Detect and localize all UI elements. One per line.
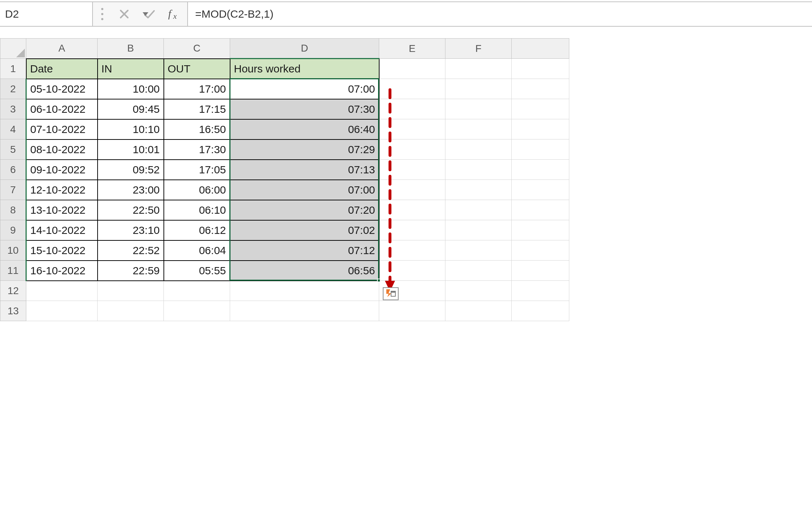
col-header-E[interactable]: E xyxy=(379,39,445,59)
cell-F12[interactable] xyxy=(445,281,512,301)
cell-E8[interactable] xyxy=(379,200,445,220)
row-header-6[interactable]: 6 xyxy=(0,160,26,180)
cell-G12[interactable] xyxy=(512,281,569,301)
cell-D8[interactable]: 07:20 xyxy=(230,200,379,220)
cell-A1[interactable]: Date xyxy=(26,59,98,79)
row-header-2[interactable]: 2 xyxy=(0,79,26,99)
cell-E1[interactable] xyxy=(379,59,445,79)
cell-G8[interactable] xyxy=(512,200,569,220)
cell-E2[interactable] xyxy=(379,79,445,99)
cell-D10[interactable]: 07:12 xyxy=(230,240,379,261)
cell-D2[interactable]: 07:00 xyxy=(230,79,379,99)
cell-F10[interactable] xyxy=(445,240,512,261)
cell-E11[interactable] xyxy=(379,261,445,281)
col-header-blank[interactable] xyxy=(512,39,569,59)
cell-E5[interactable] xyxy=(379,139,445,160)
cell-A4[interactable]: 07-10-2022 xyxy=(26,119,98,139)
cell-C3[interactable]: 17:15 xyxy=(164,99,230,119)
autofill-options-button[interactable] xyxy=(383,287,399,300)
cell-C11[interactable]: 05:55 xyxy=(164,261,230,281)
cell-D13[interactable] xyxy=(230,301,379,321)
sheet-table[interactable]: A B C D E F 1 Date IN OUT Hours worked 2… xyxy=(0,38,569,321)
cell-G6[interactable] xyxy=(512,160,569,180)
cell-B13[interactable] xyxy=(98,301,164,321)
cell-B1[interactable]: IN xyxy=(98,59,164,79)
cell-F7[interactable] xyxy=(445,180,512,200)
cell-E9[interactable] xyxy=(379,220,445,240)
cell-C6[interactable]: 17:05 xyxy=(164,160,230,180)
cell-A2[interactable]: 05-10-2022 xyxy=(26,79,98,99)
cell-A11[interactable]: 16-10-2022 xyxy=(26,261,98,281)
cell-D5[interactable]: 07:29 xyxy=(230,139,379,160)
cell-F13[interactable] xyxy=(445,301,512,321)
cell-G4[interactable] xyxy=(512,119,569,139)
row-header-3[interactable]: 3 xyxy=(0,99,26,119)
fill-handle[interactable] xyxy=(377,279,381,282)
cell-E4[interactable] xyxy=(379,119,445,139)
insert-function-button[interactable]: f x xyxy=(162,2,187,26)
cell-G13[interactable] xyxy=(512,301,569,321)
cell-E13[interactable] xyxy=(379,301,445,321)
cell-F3[interactable] xyxy=(445,99,512,119)
row-header-13[interactable]: 13 xyxy=(0,301,26,321)
cell-D3[interactable]: 07:30 xyxy=(230,99,379,119)
cell-G5[interactable] xyxy=(512,139,569,160)
row-header-1[interactable]: 1 xyxy=(0,59,26,79)
cell-F5[interactable] xyxy=(445,139,512,160)
cell-B10[interactable]: 22:52 xyxy=(98,240,164,261)
cell-B2[interactable]: 10:00 xyxy=(98,79,164,99)
cell-B6[interactable]: 09:52 xyxy=(98,160,164,180)
formula-input-wrap[interactable] xyxy=(187,2,812,26)
cell-A3[interactable]: 06-10-2022 xyxy=(26,99,98,119)
col-header-A[interactable]: A xyxy=(26,39,98,59)
cell-A7[interactable]: 12-10-2022 xyxy=(26,180,98,200)
cell-A9[interactable]: 14-10-2022 xyxy=(26,220,98,240)
cell-C13[interactable] xyxy=(164,301,230,321)
cell-E6[interactable] xyxy=(379,160,445,180)
cell-C12[interactable] xyxy=(164,281,230,301)
cell-A8[interactable]: 13-10-2022 xyxy=(26,200,98,220)
col-header-B[interactable]: B xyxy=(98,39,164,59)
col-header-F[interactable]: F xyxy=(445,39,512,59)
cell-G1[interactable] xyxy=(512,59,569,79)
cell-D12[interactable] xyxy=(230,281,379,301)
formula-input[interactable] xyxy=(194,8,806,21)
col-header-D[interactable]: D xyxy=(230,39,379,59)
cell-C4[interactable]: 16:50 xyxy=(164,119,230,139)
cell-B7[interactable]: 23:00 xyxy=(98,180,164,200)
cell-G7[interactable] xyxy=(512,180,569,200)
cell-D11[interactable]: 06:56 xyxy=(230,261,379,281)
cell-F1[interactable] xyxy=(445,59,512,79)
cell-F4[interactable] xyxy=(445,119,512,139)
row-header-11[interactable]: 11 xyxy=(0,261,26,281)
row-header-5[interactable]: 5 xyxy=(0,139,26,160)
cell-F11[interactable] xyxy=(445,261,512,281)
cell-G3[interactable] xyxy=(512,99,569,119)
cell-A5[interactable]: 08-10-2022 xyxy=(26,139,98,160)
row-header-10[interactable]: 10 xyxy=(0,240,26,261)
cell-A10[interactable]: 15-10-2022 xyxy=(26,240,98,261)
cell-D7[interactable]: 07:00 xyxy=(230,180,379,200)
name-box[interactable] xyxy=(4,8,143,21)
name-box-dropdown-icon[interactable] xyxy=(143,12,148,16)
cell-A12[interactable] xyxy=(26,281,98,301)
cell-F9[interactable] xyxy=(445,220,512,240)
cell-A6[interactable]: 09-10-2022 xyxy=(26,160,98,180)
row-header-12[interactable]: 12 xyxy=(0,281,26,301)
cell-D1[interactable]: Hours worked xyxy=(230,59,379,79)
cell-G2[interactable] xyxy=(512,79,569,99)
cell-G9[interactable] xyxy=(512,220,569,240)
cell-E3[interactable] xyxy=(379,99,445,119)
cell-B5[interactable]: 10:01 xyxy=(98,139,164,160)
row-header-8[interactable]: 8 xyxy=(0,200,26,220)
cell-C1[interactable]: OUT xyxy=(164,59,230,79)
cell-F6[interactable] xyxy=(445,160,512,180)
cell-B4[interactable]: 10:10 xyxy=(98,119,164,139)
cell-D9[interactable]: 07:02 xyxy=(230,220,379,240)
cell-F2[interactable] xyxy=(445,79,512,99)
col-header-C[interactable]: C xyxy=(164,39,230,59)
row-header-9[interactable]: 9 xyxy=(0,220,26,240)
cell-E7[interactable] xyxy=(379,180,445,200)
name-box-wrap[interactable] xyxy=(0,2,93,26)
cell-C10[interactable]: 06:04 xyxy=(164,240,230,261)
